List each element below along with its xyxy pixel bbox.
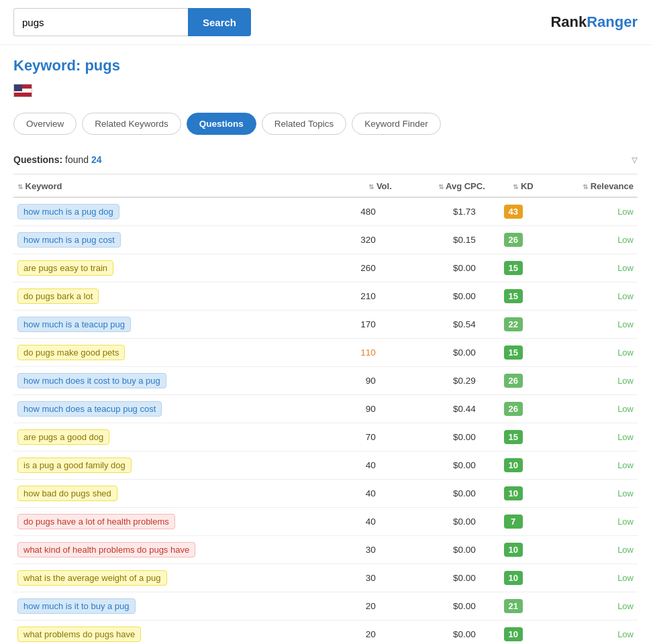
keyword-cell: how much is it to buy a pug: [13, 592, 329, 621]
cpc-cell: $0.00: [396, 536, 489, 564]
table-row: do pugs have a lot of health problems40$…: [13, 508, 638, 536]
kd-cell: 7: [489, 508, 538, 536]
keyword-cell: what problems do pugs have: [13, 621, 329, 645]
search-button[interactable]: Search: [188, 8, 251, 36]
relevance-cell: Low: [538, 423, 638, 451]
keyword-pill[interactable]: how much is a pug cost: [17, 232, 121, 248]
relevance-cell: Low: [538, 508, 638, 536]
keyword-cell: how bad do pugs shed: [13, 480, 329, 508]
cpc-cell: $0.15: [396, 226, 489, 254]
keyword-cell: how much does a teacup pug cost: [13, 395, 329, 423]
col-header-vol[interactable]: ⇅ Vol.: [329, 176, 395, 197]
keyword-pill[interactable]: how bad do pugs shed: [17, 486, 117, 501]
keyword-cell: what kind of health problems do pugs hav…: [13, 536, 329, 564]
table-row: how much does it cost to buy a pug90$0.2…: [13, 367, 638, 395]
keyword-pill[interactable]: do pugs have a lot of health problems: [17, 514, 175, 529]
kd-cell: 26: [489, 395, 538, 423]
keyword-pill[interactable]: how much does it cost to buy a pug: [17, 373, 166, 388]
cpc-cell: $0.00: [396, 254, 489, 282]
keyword-cell: how much does it cost to buy a pug: [13, 367, 329, 395]
keyword-pill[interactable]: what kind of health problems do pugs hav…: [17, 542, 195, 557]
relevance-cell: Low: [538, 592, 638, 621]
cpc-cell: $0.00: [396, 621, 489, 645]
brand-logo: RankRanger: [550, 13, 638, 31]
keyword-pill[interactable]: is a pug a good family dog: [17, 458, 132, 473]
page-title: Keyword: pugs: [0, 45, 651, 80]
kd-badge: 15: [504, 261, 523, 275]
vol-cell: 170: [329, 311, 395, 339]
relevance-cell: Low: [538, 339, 638, 367]
kd-badge: 10: [504, 571, 523, 585]
questions-found-label: found: [65, 154, 89, 165]
cpc-cell: $0.00: [396, 564, 489, 592]
keyword-cell: how much is a pug cost: [13, 226, 329, 254]
keyword-cell: do pugs bark a lot: [13, 282, 329, 311]
keyword-pill[interactable]: how much does a teacup pug cost: [17, 401, 162, 417]
kd-cell: 21: [489, 592, 538, 621]
table-row: is a pug a good family dog40$0.0010Low: [13, 451, 638, 480]
col-header-relevance[interactable]: ⇅ Relevance: [538, 176, 638, 197]
vol-cell: 320: [329, 226, 395, 254]
keyword-pill[interactable]: how much is it to buy a pug: [17, 598, 136, 614]
table-row: how much is it to buy a pug20$0.0021Low: [13, 592, 638, 621]
kd-cell: 15: [489, 423, 538, 451]
table-row: how much is a pug cost320$0.1526Low: [13, 226, 638, 254]
table-header-row: Questions: found 24 ▿: [13, 146, 638, 174]
vol-cell: 210: [329, 282, 395, 311]
table-row: do pugs bark a lot210$0.0015Low: [13, 282, 638, 311]
relevance-cell: Low: [538, 621, 638, 645]
kd-badge: 26: [504, 402, 523, 416]
vol-cell: 20: [329, 621, 395, 645]
kd-badge: 15: [504, 430, 523, 444]
table-row: what kind of health problems do pugs hav…: [13, 536, 638, 564]
kd-cell: 43: [489, 197, 538, 226]
cpc-cell: $0.44: [396, 395, 489, 423]
filter-icon[interactable]: ▿: [632, 152, 638, 167]
kd-cell: 10: [489, 621, 538, 645]
keyword-pill[interactable]: are pugs easy to train: [17, 260, 113, 276]
keyword-label: Keyword:: [13, 57, 81, 74]
kd-cell: 26: [489, 226, 538, 254]
keyword-pill[interactable]: are pugs a good dog: [17, 429, 109, 445]
kd-badge: 10: [504, 486, 523, 500]
keyword-pill[interactable]: how much is a teacup pug: [17, 317, 131, 332]
kd-badge: 15: [504, 345, 523, 360]
keyword-pill[interactable]: what problems do pugs have: [17, 627, 141, 642]
search-input[interactable]: [13, 8, 188, 36]
tab-overview[interactable]: Overview: [13, 113, 77, 135]
keyword-pill[interactable]: what is the average weight of a pug: [17, 570, 167, 586]
tab-related-topics[interactable]: Related Topics: [262, 113, 346, 135]
relevance-cell: Low: [538, 311, 638, 339]
col-header-keyword[interactable]: ⇅ Keyword: [13, 176, 329, 197]
keyword-cell: how much is a pug dog: [13, 197, 329, 226]
vol-cell: 260: [329, 254, 395, 282]
table-row: are pugs easy to train260$0.0015Low: [13, 254, 638, 282]
brand-ranger: Ranger: [587, 13, 638, 30]
table-row: what problems do pugs have20$0.0010Low: [13, 621, 638, 645]
vol-cell: 40: [329, 480, 395, 508]
vol-cell: 110: [329, 339, 395, 367]
tabs-container: OverviewRelated KeywordsQuestionsRelated…: [0, 106, 651, 146]
keyword-cell: are pugs a good dog: [13, 423, 329, 451]
cpc-cell: $0.00: [396, 451, 489, 480]
keyword-pill[interactable]: do pugs bark a lot: [17, 288, 99, 304]
col-header-kd[interactable]: ⇅ KD: [489, 176, 538, 197]
tab-questions[interactable]: Questions: [187, 113, 256, 135]
col-header-avg-cpc[interactable]: ⇅ Avg CPC.: [396, 176, 489, 197]
keyword-pill[interactable]: how much is a pug dog: [17, 204, 119, 219]
table-row: how much is a pug dog480$1.7343Low: [13, 197, 638, 226]
brand-rank: Rank: [550, 13, 587, 30]
vol-cell: 40: [329, 451, 395, 480]
keyword-cell: do pugs have a lot of health problems: [13, 508, 329, 536]
vol-cell: 70: [329, 423, 395, 451]
kd-cell: 10: [489, 451, 538, 480]
tab-related-keywords[interactable]: Related Keywords: [82, 113, 181, 135]
kd-badge: 15: [504, 289, 523, 303]
table-header: ⇅ Keyword⇅ Vol.⇅ Avg CPC.⇅ KD⇅ Relevance: [13, 176, 638, 197]
tab-keyword-finder[interactable]: Keyword Finder: [352, 113, 441, 135]
table-body: how much is a pug dog480$1.7343Lowhow mu…: [13, 197, 638, 644]
keyword-pill[interactable]: do pugs make good pets: [17, 345, 125, 360]
relevance-cell: Low: [538, 536, 638, 564]
kd-cell: 10: [489, 536, 538, 564]
relevance-cell: Low: [538, 254, 638, 282]
